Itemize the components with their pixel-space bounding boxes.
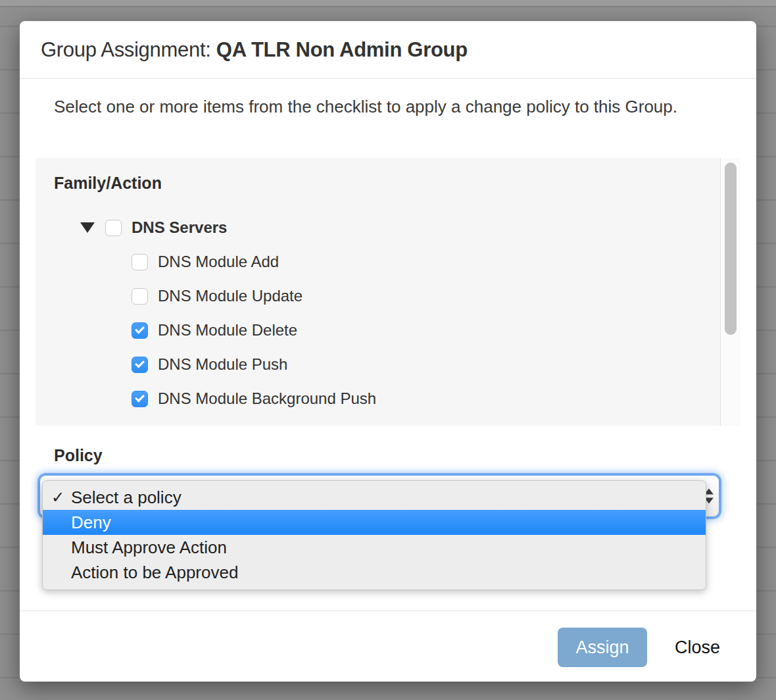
check-icon: [135, 358, 145, 368]
tree-row-dns-module-delete[interactable]: DNS Module Delete: [36, 319, 718, 341]
policy-heading: Policy: [54, 446, 103, 465]
policy-option-label: Action to be Approved: [71, 562, 238, 583]
policy-option-label: Select a policy: [71, 488, 182, 508]
checklist-scrollbar-track[interactable]: [720, 158, 740, 426]
policy-option-label: Must Approve Action: [71, 538, 227, 558]
checkbox-dns-module-delete[interactable]: [132, 322, 148, 339]
policy-option-label: Deny: [71, 512, 111, 533]
tree-row-dns-module-background-push[interactable]: DNS Module Background Push: [36, 388, 718, 410]
checkbox-dns-servers[interactable]: [105, 220, 122, 236]
tree-row-dns-module-add[interactable]: DNS Module Add: [36, 251, 718, 273]
checkbox-dns-module-update[interactable]: [132, 288, 148, 305]
tree-row-dns-module-push[interactable]: DNS Module Push: [36, 353, 718, 376]
policy-option-must-approve-action[interactable]: Must Approve Action: [43, 535, 706, 560]
policy-option-action-to-be-approved[interactable]: Action to be Approved: [43, 560, 706, 585]
policy-option-select-a-policy[interactable]: ✓ Select a policy: [43, 485, 706, 510]
checkbox-dns-module-background-push[interactable]: [132, 391, 148, 407]
collapse-triangle-icon[interactable]: [80, 222, 95, 233]
footer-divider: [20, 611, 756, 611]
tree-row-dns-module-update[interactable]: DNS Module Update: [36, 285, 718, 307]
tree-label: DNS Module Update: [158, 287, 303, 305]
modal-title-prefix: Group Assignment:: [41, 38, 216, 61]
checklist-scrollbar-thumb[interactable]: [725, 162, 737, 335]
assign-button[interactable]: Assign: [558, 628, 647, 667]
close-button[interactable]: Close: [675, 628, 720, 667]
tree-row-dns-servers[interactable]: DNS Servers: [36, 216, 718, 239]
tree-label: DNS Module Delete: [158, 321, 297, 339]
policy-dropdown-menu: ✓ Select a policy Deny Must Approve Acti…: [42, 480, 706, 590]
selected-check-icon: ✓: [51, 488, 64, 507]
modal-description: Select one or more items from the checkl…: [54, 93, 685, 120]
checklist-heading: Family/Action: [54, 174, 162, 193]
check-icon: [135, 324, 145, 334]
check-icon: [135, 392, 145, 402]
checkbox-dns-module-add[interactable]: [132, 254, 148, 270]
modal-title-group-name: QA TLR Non Admin Group: [216, 38, 468, 61]
tree-label: DNS Module Push: [158, 355, 287, 374]
checkbox-dns-module-push[interactable]: [132, 357, 148, 373]
policy-option-deny[interactable]: Deny: [43, 510, 706, 535]
group-assignment-modal: Group Assignment: QA TLR Non Admin Group…: [20, 21, 756, 682]
tree-label: DNS Module Background Push: [158, 389, 376, 408]
modal-header: Group Assignment: QA TLR Non Admin Group: [20, 21, 756, 79]
family-action-checklist-panel: Family/Action DNS Servers DNS Module Add…: [36, 158, 740, 426]
tree-label: DNS Module Add: [158, 253, 279, 271]
modal-title: Group Assignment: QA TLR Non Admin Group: [41, 38, 468, 62]
tree-label: DNS Servers: [132, 218, 227, 237]
